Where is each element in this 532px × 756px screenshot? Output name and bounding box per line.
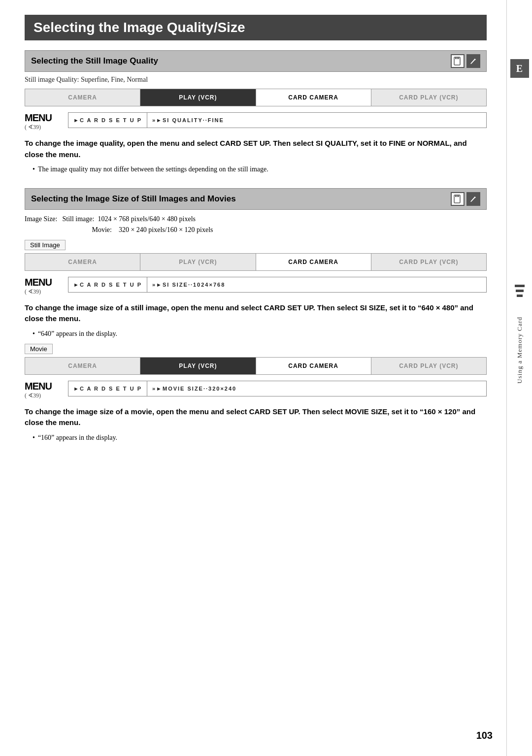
section2-still-camera-bar: CAMERA PLAY (VCR) CARD CAMERA CARD PLAY … xyxy=(25,253,487,271)
section1-header: Selecting the Still Image Quality xyxy=(25,50,487,72)
bullet-dot-1: • xyxy=(33,165,35,173)
menu-path-item-2a: ►C A R D S E T U P xyxy=(68,277,147,292)
menu-path-item-1b: »►SI QUALITY··FINE xyxy=(147,113,229,128)
menu-path-item-3a: ►C A R D S E T U P xyxy=(68,381,147,396)
memory-card-icon xyxy=(451,54,465,68)
menu-word-3: MENU xyxy=(25,381,52,392)
section1-bold: To change the image quality, open the me… xyxy=(25,138,487,160)
menu-path-box-2: ►C A R D S E T U P »►SI SIZE··1024×768 xyxy=(68,277,487,293)
still-image-mode-label: Still Image xyxy=(25,240,66,250)
size-info: Image Size: Still image: 1024 × 768 pixe… xyxy=(25,214,487,236)
memory-card-icon-2 xyxy=(451,192,465,206)
menu-path-item-2b: »►SI SIZE··1024×768 xyxy=(147,277,230,292)
tab-letter: E xyxy=(510,59,529,78)
menu-word-2: MENU xyxy=(25,277,52,288)
section2-movie-camera-bar: CAMERA PLAY (VCR) CARD CAMERA CARD PLAY … xyxy=(25,357,487,375)
section2-still-menu-row: MENU ( ∢39) ►C A R D S E T U P »►SI SIZE… xyxy=(25,277,487,296)
menu-ref-1: ( ∢39) xyxy=(25,124,41,131)
svg-rect-2 xyxy=(457,57,458,59)
section1-menu-row: MENU ( ∢39) ►C A R D S E T U P »►SI QUAL… xyxy=(25,112,487,131)
menu-label-1: MENU ( ∢39) xyxy=(25,112,64,131)
section1-subtext: Still image Quality: Superfine, Fine, No… xyxy=(25,76,487,84)
section1-title: Selecting the Still Image Quality xyxy=(31,56,158,66)
main-content: Selecting the Image Quality/Size Selecti… xyxy=(0,0,506,756)
still-cam-btn-card-camera[interactable]: CARD CAMERA xyxy=(256,254,371,270)
menu-label-2: MENU ( ∢39) xyxy=(25,277,64,296)
section2-header: Selecting the Image Size of Still Images… xyxy=(25,188,487,210)
menu-path-item-3b: »►MOVIE SIZE··320×240 xyxy=(147,381,241,396)
section2-still-bullet: •“640” appears in the display. xyxy=(33,329,487,339)
pencil-icon xyxy=(466,54,480,68)
menu-path-box-1: ►C A R D S E T U P »►SI QUALITY··FINE xyxy=(68,112,487,128)
menu-path-item-1a: ►C A R D S E T U P xyxy=(68,113,147,128)
menu-label-3: MENU ( ∢39) xyxy=(25,381,64,399)
section2-icons xyxy=(451,192,480,206)
menu-path-box-3: ►C A R D S E T U P »►MOVIE SIZE··320×240 xyxy=(68,381,487,396)
page-number: 103 xyxy=(476,730,493,741)
bullet-dot-3: • xyxy=(33,434,35,441)
movie-cam-btn-play-vcr[interactable]: PLAY (VCR) xyxy=(140,358,256,374)
section1-bullet: •The image quality may not differ betwee… xyxy=(33,164,487,174)
movie-mode-label: Movie xyxy=(25,344,53,354)
svg-rect-5 xyxy=(455,195,456,197)
svg-rect-7 xyxy=(458,195,459,197)
section2-title: Selecting the Image Size of Still Images… xyxy=(31,194,236,204)
svg-rect-3 xyxy=(458,57,459,59)
page-wrapper: Selecting the Image Quality/Size Selecti… xyxy=(0,0,532,756)
menu-word-1: MENU xyxy=(25,112,52,124)
menu-ref-3: ( ∢39) xyxy=(25,392,41,399)
svg-rect-1 xyxy=(455,57,456,59)
movie-cam-btn-camera[interactable]: CAMERA xyxy=(25,358,140,374)
section1-camera-bar: CAMERA PLAY (VCR) CARD CAMERA CARD PLAY … xyxy=(25,89,487,106)
section2-movie-bold: To change the image size of a movie, ope… xyxy=(25,406,487,428)
cam-btn-card-play-vcr[interactable]: CARD PLAY (VCR) xyxy=(371,89,486,106)
right-tab: E Using a Memory Card xyxy=(506,0,532,756)
still-cam-btn-camera[interactable]: CAMERA xyxy=(25,254,140,270)
movie-cam-btn-card-camera[interactable]: CARD CAMERA xyxy=(256,358,371,374)
svg-rect-6 xyxy=(457,195,458,197)
pencil-icon-2 xyxy=(466,192,480,206)
page-title: Selecting the Image Quality/Size xyxy=(25,15,487,40)
still-cam-btn-card-play-vcr[interactable]: CARD PLAY (VCR) xyxy=(371,254,486,270)
section1-icons xyxy=(451,54,480,68)
section2-movie-menu-row: MENU ( ∢39) ►C A R D S E T U P »►MOVIE S… xyxy=(25,381,487,399)
decorative-lines xyxy=(515,285,525,297)
cam-btn-play-vcr[interactable]: PLAY (VCR) xyxy=(140,89,256,106)
section2-still-bold: To change the image size of a still imag… xyxy=(25,302,487,325)
cam-btn-card-camera[interactable]: CARD CAMERA xyxy=(256,89,371,106)
bullet-dot-2: • xyxy=(33,330,35,337)
section2-movie-bullet: •“160” appears in the display. xyxy=(33,432,487,443)
movie-cam-btn-card-play-vcr[interactable]: CARD PLAY (VCR) xyxy=(371,358,486,374)
still-cam-btn-play-vcr[interactable]: PLAY (VCR) xyxy=(140,254,256,270)
side-text: Using a Memory Card xyxy=(516,317,524,384)
cam-btn-camera[interactable]: CAMERA xyxy=(25,89,140,106)
menu-ref-2: ( ∢39) xyxy=(25,288,41,296)
